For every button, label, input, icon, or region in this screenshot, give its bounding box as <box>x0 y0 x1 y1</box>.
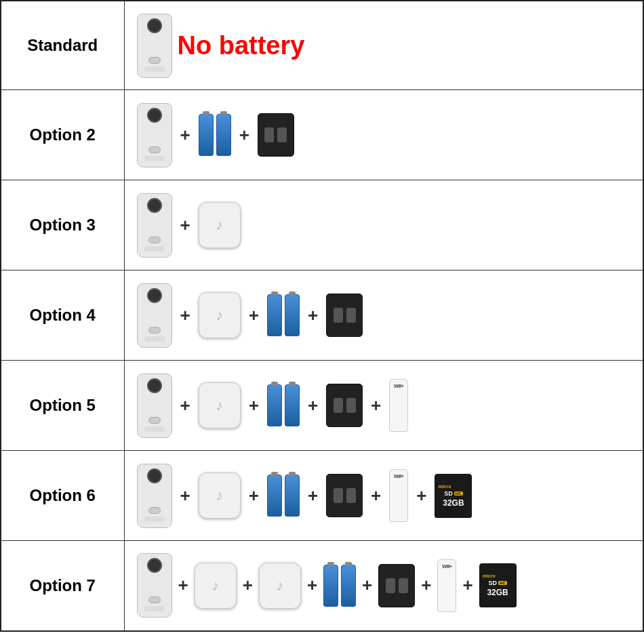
battery-charger <box>326 294 363 337</box>
table-row: Standard No battery <box>1 1 643 90</box>
sd-capacity: 32GB <box>487 588 508 597</box>
options-table: Standard No battery Option 2 <box>0 0 644 632</box>
battery-group <box>267 294 300 336</box>
camera-lens <box>147 378 162 393</box>
doorbell-base <box>144 246 165 251</box>
battery-2 <box>285 475 300 517</box>
wifi-extender: Wifi+ <box>389 379 408 432</box>
battery-1 <box>199 114 214 156</box>
doorbell-base <box>144 606 165 611</box>
camera-lens <box>147 288 162 303</box>
row-content-option5: + ♪ + + + Wifi+ <box>125 361 643 449</box>
doorbell-camera <box>137 464 172 528</box>
table-row: Option 5 + ♪ + <box>1 361 643 451</box>
plus-icon: + <box>178 305 193 326</box>
battery-2 <box>285 294 300 336</box>
plus-icon: + <box>418 575 434 596</box>
battery-charger <box>326 384 363 427</box>
row-label-option6: Option 6 <box>1 451 124 541</box>
row-label-option4: Option 4 <box>1 270 124 361</box>
doorbell-button <box>148 57 161 64</box>
music-note-icon: ♪ <box>216 487 223 504</box>
row-label-option7: Option 7 <box>1 541 124 631</box>
wifi-extender: Wifi+ <box>389 469 408 522</box>
table-row: Option 3 + ♪ <box>1 180 643 270</box>
doorbell-camera <box>137 14 172 78</box>
chime-speaker-1: ♪ <box>195 563 237 609</box>
music-note-icon: ♪ <box>212 577 219 595</box>
doorbell-button <box>148 417 161 424</box>
plus-icon: + <box>246 395 262 416</box>
microsd-logo: micro <box>483 573 496 578</box>
doorbell-base <box>144 156 165 161</box>
doorbell-base <box>144 517 165 522</box>
chime-speaker: ♪ <box>199 472 241 519</box>
plus-icon: + <box>368 395 384 416</box>
row-content-option6: + ♪ + + + Wifi+ <box>125 451 643 540</box>
plus-icon: + <box>246 305 262 326</box>
sd-card: micro SD HC 32GB <box>479 563 517 607</box>
camera-lens <box>147 468 162 483</box>
plus-icon: + <box>305 485 321 506</box>
plus-icon: + <box>237 125 252 146</box>
row-label-option2: Option 2 <box>1 90 124 180</box>
music-note-icon: ♪ <box>216 216 223 234</box>
battery-2 <box>216 114 231 156</box>
wifi-extender: Wifi+ <box>437 559 456 612</box>
camera-lens <box>147 558 162 573</box>
doorbell-camera <box>137 374 172 438</box>
doorbell-button <box>148 327 161 334</box>
doorbell-button <box>148 597 161 603</box>
battery-group <box>267 384 300 426</box>
microsd-logo: micro <box>438 484 451 489</box>
doorbell-camera <box>137 283 172 348</box>
camera-lens <box>147 18 162 33</box>
battery-charger <box>326 474 363 517</box>
camera-lens <box>147 198 162 213</box>
chime-speaker-2: ♪ <box>259 563 301 609</box>
no-battery-label: No battery <box>178 31 305 60</box>
doorbell-camera <box>137 103 172 167</box>
plus-icon: + <box>178 485 193 506</box>
plus-icon: + <box>414 485 429 506</box>
table-row: Option 4 + ♪ + <box>1 270 643 361</box>
doorbell-camera <box>137 193 172 258</box>
plus-icon: + <box>305 305 321 326</box>
table-row: Option 7 + ♪ + ♪ + <box>1 541 643 631</box>
doorbell-button <box>148 507 161 514</box>
battery-2 <box>341 565 356 607</box>
row-content-standard: No battery <box>125 1 643 89</box>
plus-icon: + <box>246 485 262 506</box>
battery-1 <box>323 565 338 607</box>
plus-icon: + <box>178 215 193 236</box>
camera-lens <box>147 108 162 123</box>
row-label-standard: Standard <box>1 1 124 90</box>
plus-icon: + <box>304 575 320 596</box>
battery-charger <box>258 113 294 157</box>
row-label-option3: Option 3 <box>1 180 124 270</box>
doorbell-button <box>148 146 161 153</box>
row-content-option4: + ♪ + + <box>125 271 643 359</box>
music-note-icon: ♪ <box>216 306 223 324</box>
music-note-icon: ♪ <box>276 577 283 595</box>
battery-group <box>267 475 300 517</box>
sd-capacity: 32GB <box>443 498 464 508</box>
doorbell-base <box>144 66 165 72</box>
chime-speaker: ♪ <box>199 382 241 428</box>
chime-speaker: ♪ <box>199 202 241 248</box>
row-content-option3: + ♪ <box>125 181 643 269</box>
row-content-option7: + ♪ + ♪ + + <box>125 542 643 630</box>
doorbell-base <box>144 336 165 342</box>
plus-icon: + <box>178 125 193 146</box>
battery-1 <box>267 475 282 517</box>
plus-icon: + <box>240 575 256 596</box>
plus-icon: + <box>460 575 475 596</box>
battery-charger <box>378 564 415 607</box>
plus-icon: + <box>359 575 375 596</box>
battery-2 <box>285 384 300 426</box>
sd-card: micro SD HC 32GB <box>435 474 472 518</box>
battery-1 <box>267 384 282 426</box>
battery-group <box>199 114 231 156</box>
row-content-option2: + + <box>125 91 643 179</box>
table-row: Option 6 + ♪ + <box>1 451 643 541</box>
